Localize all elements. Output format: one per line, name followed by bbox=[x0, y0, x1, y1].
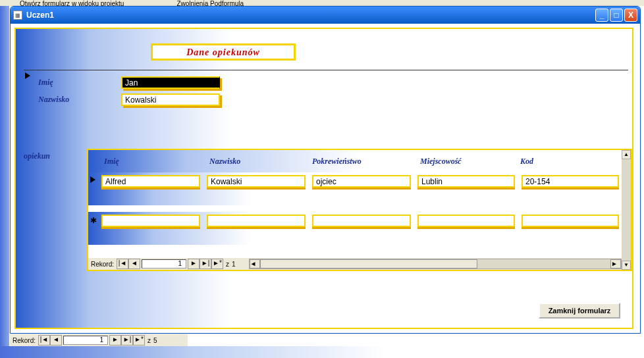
subform-row: Alfred Kowalski ojciec Lublin 20-154 bbox=[88, 172, 631, 205]
bottom-decoration bbox=[0, 346, 644, 358]
nav-record-number[interactable]: 1 bbox=[142, 259, 186, 268]
row-nazwisko-field[interactable]: Kowalski bbox=[207, 175, 306, 188]
nav-next-button[interactable]: ► bbox=[188, 259, 200, 269]
left-decoration bbox=[0, 6, 9, 358]
outer-nav-prev-button[interactable]: ◄ bbox=[50, 335, 62, 345]
form-icon: ▦ bbox=[13, 11, 22, 20]
nav-prev-button[interactable]: ◄ bbox=[128, 259, 140, 269]
row-imie-field[interactable]: Alfred bbox=[101, 175, 200, 188]
nav-last-button[interactable]: ►| bbox=[200, 259, 211, 269]
new-kod-field[interactable] bbox=[522, 215, 619, 227]
hscroll-right-icon[interactable]: ► bbox=[610, 259, 621, 268]
col-imie: Imię bbox=[104, 157, 119, 166]
outer-navigator: Rekord: |◄ ◄ 1 ► ►| ►* z 5 bbox=[10, 334, 188, 346]
nav-of-label: z bbox=[223, 261, 232, 268]
col-miejscowosc: Miejscowość bbox=[420, 157, 462, 166]
outer-nav-first-button[interactable]: |◄ bbox=[38, 335, 50, 345]
form-body: Dane opiekunów Imię Nazwisko Jan Kowalsk… bbox=[11, 24, 640, 333]
imie-field[interactable]: Jan bbox=[121, 76, 220, 89]
new-pokrew-field[interactable] bbox=[312, 215, 411, 227]
subform-vscrollbar[interactable]: ▲ ▼ bbox=[622, 150, 631, 270]
bg-item-1[interactable]: Otwórz formularz w widoku projektu bbox=[20, 0, 124, 6]
vscroll-track[interactable] bbox=[622, 159, 631, 261]
row-kod-field[interactable]: 20-154 bbox=[522, 175, 619, 188]
new-miejsc-field[interactable] bbox=[417, 215, 515, 227]
row-pokrew-field[interactable]: ojciec bbox=[312, 175, 411, 188]
nav-label: Rekord: bbox=[88, 261, 117, 268]
nav-first-button[interactable]: |◄ bbox=[117, 259, 128, 269]
record-selector-icon[interactable] bbox=[25, 72, 32, 80]
col-nazwisko: Nazwisko bbox=[209, 157, 240, 166]
new-record-icon[interactable] bbox=[90, 216, 98, 225]
nav-total: 1 bbox=[232, 261, 236, 268]
maximize-button[interactable]: □ bbox=[610, 9, 623, 22]
subform-new-row bbox=[88, 212, 631, 245]
outer-nav-total: 5 bbox=[153, 337, 157, 344]
form-background: Dane opiekunów Imię Nazwisko Jan Kowalsk… bbox=[14, 28, 633, 329]
form-window: ▦ Uczen1 _ □ X Dane opiekunów Imię Nazwi… bbox=[10, 6, 641, 334]
new-nazwisko-field[interactable] bbox=[207, 215, 306, 227]
nazwisko-label: Nazwisko bbox=[38, 95, 69, 105]
bg-item-2[interactable]: Zwolnienia Podformula bbox=[176, 0, 244, 6]
outer-nav-record-number[interactable]: 1 bbox=[63, 336, 108, 345]
current-record-icon[interactable] bbox=[90, 176, 98, 186]
opiekun-subform: Imię Nazwisko Pokrewieństwo Miejscowość … bbox=[87, 149, 632, 271]
col-kod: Kod bbox=[520, 157, 533, 166]
window-title: Uczen1 bbox=[26, 11, 595, 20]
col-pokrewienstwo: Pokrewieństwo bbox=[312, 157, 362, 166]
scroll-down-icon[interactable]: ▼ bbox=[622, 261, 631, 270]
background-menu: Otwórz formularz w widoku projektu Zwoln… bbox=[0, 0, 644, 6]
outer-nav-label: Rekord: bbox=[10, 337, 38, 344]
outer-nav-last-button[interactable]: ►| bbox=[121, 335, 133, 345]
nav-new-button[interactable]: ►* bbox=[211, 259, 223, 269]
imie-label: Imię bbox=[38, 78, 53, 88]
nazwisko-field[interactable]: Kowalski bbox=[121, 93, 220, 106]
outer-nav-new-button[interactable]: ►* bbox=[133, 335, 145, 345]
minimize-button[interactable]: _ bbox=[595, 9, 608, 22]
outer-nav-next-button[interactable]: ► bbox=[109, 335, 121, 345]
form-title: Dane opiekunów bbox=[151, 43, 296, 61]
titlebar[interactable]: ▦ Uczen1 _ □ X bbox=[11, 7, 640, 24]
scroll-up-icon[interactable]: ▲ bbox=[622, 150, 631, 159]
subform-hscrollbar[interactable]: ◄ ► bbox=[249, 259, 622, 269]
divider bbox=[24, 70, 628, 70]
close-window-button[interactable]: X bbox=[624, 9, 637, 22]
opiekun-label: opiekun bbox=[24, 151, 50, 161]
outer-nav-of-label: z bbox=[145, 337, 153, 344]
hscroll-left-icon[interactable]: ◄ bbox=[250, 259, 260, 268]
close-form-button[interactable]: Zamknij formularz bbox=[539, 303, 620, 319]
new-imie-field[interactable] bbox=[101, 215, 200, 227]
hscroll-thumb[interactable] bbox=[260, 259, 477, 268]
subform-header: Imię Nazwisko Pokrewieństwo Miejscowość … bbox=[88, 150, 631, 172]
subform-navigator: Rekord: |◄ ◄ 1 ► ►| ►* z 1 ◄ ► bbox=[88, 258, 622, 270]
row-miejsc-field[interactable]: Lublin bbox=[417, 175, 515, 188]
